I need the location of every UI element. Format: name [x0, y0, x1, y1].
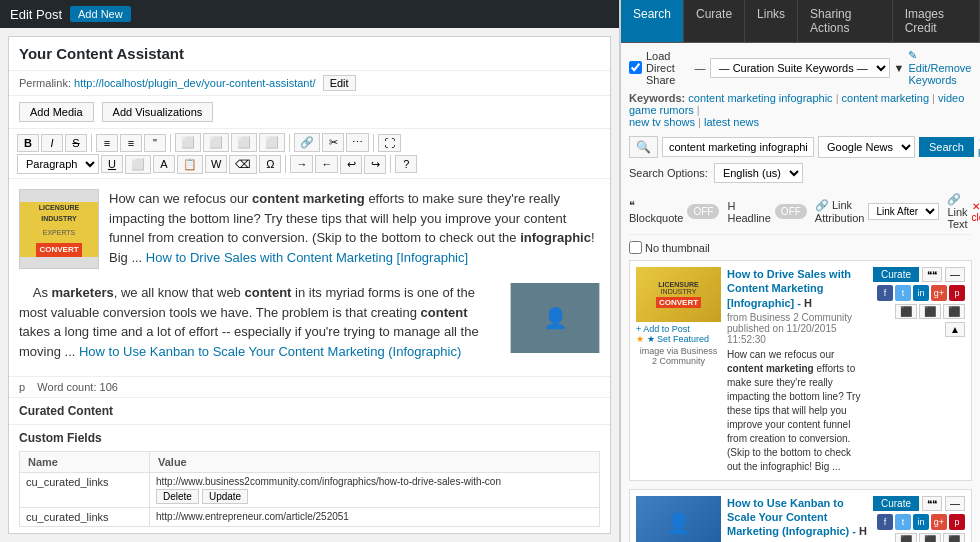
add-new-button[interactable]: Add New — [70, 6, 131, 22]
no-thumbnail-row: No thumbnail — [629, 241, 972, 254]
set-featured-1[interactable]: ★ ★ Set Featured — [636, 334, 721, 344]
cf-actions-1: Delete Update — [156, 489, 593, 504]
keyword-link-1[interactable]: content marketing infographic — [688, 92, 832, 104]
twitter-icon-1[interactable]: t — [895, 285, 911, 301]
align-left-button[interactable]: ⬜ — [175, 133, 201, 152]
blockquote-toggle[interactable]: OFF — [687, 204, 719, 219]
pinterest-icon-2[interactable]: p — [949, 514, 965, 530]
cf-update-button-1[interactable]: Update — [202, 489, 248, 504]
link-button[interactable]: 🔗 — [294, 133, 320, 152]
align-left-icon-2[interactable]: ⬛ — [895, 533, 917, 542]
unlink-button[interactable]: ✂ — [322, 133, 344, 152]
linkedin-icon-1[interactable]: in — [913, 285, 929, 301]
size-small-1[interactable]: ▲ — [945, 322, 965, 337]
add-media-button[interactable]: Add Media — [19, 102, 94, 122]
search-button[interactable]: Search — [919, 137, 974, 157]
custom1-button[interactable]: Ω — [259, 155, 281, 173]
twitter-icon-2[interactable]: t — [895, 514, 911, 530]
keyword-link-4[interactable]: new tv shows — [629, 116, 695, 128]
result-card-actions-2: Curate ❝❝ — f t in g+ p ⬛ ⬛ ⬛ — [873, 496, 965, 542]
source-select[interactable]: Google News — [818, 136, 915, 158]
paste-word-button[interactable]: W — [205, 155, 227, 173]
person-icon-2: 👤 — [666, 511, 691, 535]
paragraph-indicator: p — [19, 381, 25, 393]
right-panel: Search Curate Links Sharing Actions Imag… — [620, 0, 980, 542]
underline-button[interactable]: U — [101, 155, 123, 173]
keywords-row: Keywords: content marketing infographic … — [629, 92, 972, 128]
search-input[interactable] — [662, 137, 814, 157]
load-direct-checkbox[interactable] — [629, 61, 642, 74]
dash-separator: — — [695, 62, 706, 74]
no-thumbnail-checkbox[interactable] — [629, 241, 642, 254]
tabs-bar: Search Curate Links Sharing Actions Imag… — [621, 0, 980, 43]
justify-button[interactable]: ⬜ — [125, 155, 151, 174]
align-center-icon-2[interactable]: ⬛ — [919, 533, 941, 542]
options-button-1[interactable]: ❝❝ — [922, 267, 942, 282]
redo-button[interactable]: ↪ — [364, 155, 386, 174]
permalink-url[interactable]: http://localhost/plugin_dev/your-content… — [74, 77, 316, 89]
link-after-select[interactable]: Link After — [868, 203, 939, 220]
tab-curate[interactable]: Curate — [684, 0, 745, 42]
text-color-button[interactable]: A — [153, 155, 175, 173]
googleplus-icon-2[interactable]: g+ — [931, 514, 947, 530]
unordered-list-button[interactable]: ≡ — [96, 134, 118, 152]
star-icon-1: ★ — [636, 334, 644, 344]
headline-toggle[interactable]: OFF — [775, 204, 807, 219]
align-center-button[interactable]: ⬜ — [203, 133, 229, 152]
keyword-link-5[interactable]: latest news — [704, 116, 759, 128]
result-thumbnail-2: 👤 — [636, 496, 721, 542]
help-button[interactable]: ? — [395, 155, 417, 173]
blockquote-button[interactable]: " — [144, 134, 166, 152]
curate-button-1[interactable]: Curate — [873, 267, 919, 282]
language-select[interactable]: English (us) — [714, 163, 803, 183]
headline-label: H Headline — [727, 200, 770, 224]
outdent-button[interactable]: ← — [315, 155, 338, 173]
align-right-button[interactable]: ⬜ — [231, 133, 257, 152]
cf-delete-button-1[interactable]: Delete — [156, 489, 199, 504]
tab-links[interactable]: Links — [745, 0, 798, 42]
align-justify-button[interactable]: ⬜ — [259, 133, 285, 152]
facebook-icon-1[interactable]: f — [877, 285, 893, 301]
word-count: Word count: 106 — [37, 381, 118, 393]
pinterest-icon-1[interactable]: p — [949, 285, 965, 301]
add-to-post-1[interactable]: + Add to Post — [636, 324, 721, 334]
undo-button[interactable]: ↩ — [340, 155, 362, 174]
clear-link[interactable]: ✕ clear — [972, 201, 980, 223]
align-center-icon-1[interactable]: ⬛ — [919, 304, 941, 319]
paste-text-button[interactable]: 📋 — [177, 155, 203, 174]
ordered-list-button[interactable]: ≡ — [120, 134, 142, 152]
align-right-icon-2[interactable]: ⬛ — [943, 533, 965, 542]
options-button-2[interactable]: ❝❝ — [922, 496, 942, 511]
keyword-link-2[interactable]: content marketing — [842, 92, 929, 104]
tab-search[interactable]: Search — [621, 0, 684, 42]
cf-name-header: Name — [20, 452, 150, 473]
fullscreen-button[interactable]: ⛶ — [378, 134, 401, 152]
bold-button[interactable]: B — [17, 134, 39, 152]
tab-images-credit[interactable]: Images Credit — [893, 0, 980, 42]
result-meta-1: from Business 2 Community published on 1… — [727, 312, 867, 345]
facebook-icon-2[interactable]: f — [877, 514, 893, 530]
clear-format-button[interactable]: ⌫ — [229, 155, 257, 174]
result-body-1: How to Drive Sales with Content Marketin… — [727, 267, 867, 474]
add-visualizations-button[interactable]: Add Visualizations — [102, 102, 214, 122]
align-left-icon-1[interactable]: ⬛ — [895, 304, 917, 319]
curated-content-label: Curated Content — [19, 404, 113, 418]
paragraph-select[interactable]: Paragraph — [17, 154, 99, 174]
align-right-icon-1[interactable]: ⬛ — [943, 304, 965, 319]
tab-sharing-actions[interactable]: Sharing Actions — [798, 0, 893, 42]
article-link-1[interactable]: How to Drive Sales with Content Marketin… — [146, 250, 468, 265]
format-button-2[interactable]: — — [945, 496, 965, 511]
italic-button[interactable]: I — [41, 134, 63, 152]
insert-more-button[interactable]: ⋯ — [346, 133, 369, 152]
permalink-edit-button[interactable]: Edit — [323, 75, 356, 91]
curation-suite-select[interactable]: — Curation Suite Keywords — — [710, 58, 890, 78]
linkedin-icon-2[interactable]: in — [913, 514, 929, 530]
article-link-2[interactable]: How to Use Kanban to Scale Your Content … — [79, 344, 461, 359]
search-options-label: Search Options: — [629, 167, 708, 179]
format-button-1[interactable]: — — [945, 267, 965, 282]
curate-button-2[interactable]: Curate — [873, 496, 919, 511]
indent-button[interactable]: → — [290, 155, 313, 173]
googleplus-icon-1[interactable]: g+ — [931, 285, 947, 301]
strikethrough-button[interactable]: S — [65, 134, 87, 152]
edit-remove-keywords-link[interactable]: ✎ Edit/Remove Keywords — [908, 49, 972, 86]
